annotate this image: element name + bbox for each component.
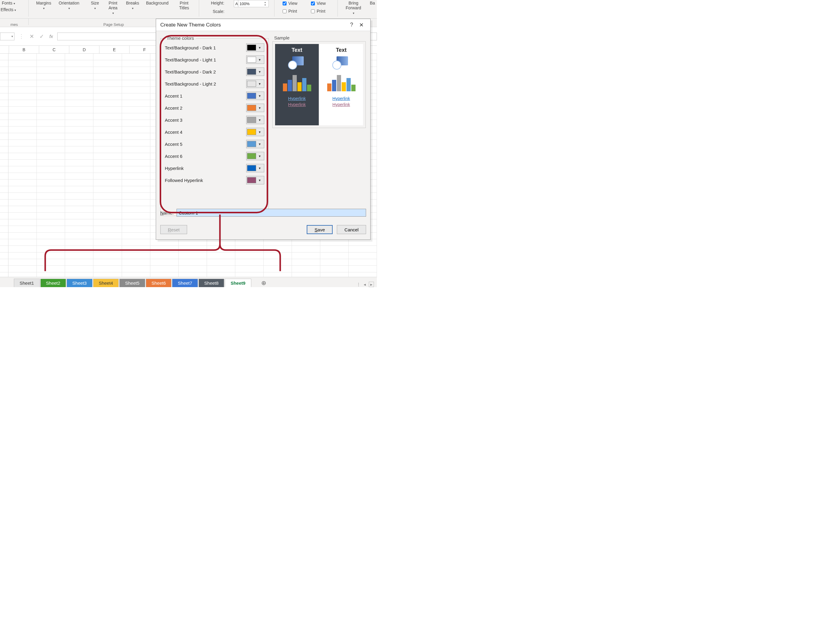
theme-color-label: Accent 3 [165,118,246,122]
theme-colors-legend: Theme colors [165,35,196,41]
sheet-tab[interactable]: Sheet9 [225,279,251,287]
sample-followed-hyperlink: Hyperlink [288,102,305,108]
ribbon: Fonts ▾ Effects ▾ Margins▾ Orientation▾ … [0,0,377,19]
color-picker-button[interactable]: ▼ [246,152,264,160]
scale-label: Scale: [213,9,224,14]
vsep-icon: ⋮ [356,282,361,287]
sample-hyperlink: Hyperlink [288,95,305,102]
sheet-tab[interactable]: Sheet4 [93,279,119,287]
new-sheet-button[interactable]: ⊕ [258,279,270,287]
theme-color-label: Hyperlink [165,166,246,171]
color-picker-button[interactable]: ▼ [246,43,264,52]
headings-print-checkbox[interactable]: Print [310,8,325,14]
size-button[interactable]: Size▾ [88,1,102,10]
orientation-button[interactable]: Orientation▾ [56,1,83,10]
close-icon[interactable]: ✕ [356,22,366,28]
spinner-icon[interactable]: ▴▾ [263,1,267,6]
bring-forward-button[interactable]: Bring Forward▾ [342,1,364,15]
column-header[interactable]: D [69,46,99,54]
color-swatch-icon [247,153,256,159]
color-picker-button[interactable]: ▼ [246,116,264,124]
color-swatch-icon [247,165,256,171]
fonts-dropdown[interactable]: Fonts ▾ [2,1,15,6]
theme-color-label: Text/Background - Dark 2 [165,69,246,75]
cancel-button[interactable]: Cancel [337,225,366,234]
color-picker-button[interactable]: ▼ [246,103,264,112]
theme-color-row: Accent 3▼ [165,114,264,126]
column-header[interactable] [0,46,9,54]
color-swatch-icon [247,129,256,135]
color-picker-button[interactable]: ▼ [246,128,264,136]
color-swatch-icon [247,69,256,75]
chevron-down-icon: ▼ [256,130,263,134]
gridlines-print-checkbox[interactable]: Print [282,8,297,14]
margins-button[interactable]: Margins▾ [33,1,54,10]
print-titles-button[interactable]: Print Titles [176,1,192,10]
color-picker-button[interactable]: ▼ [246,164,264,172]
reset-button[interactable]: Reset [160,225,187,234]
sample-chart-icon [327,73,356,91]
sheet-tab[interactable]: Sheet6 [146,279,172,287]
theme-color-label: Text/Background - Dark 1 [165,45,246,50]
background-button[interactable]: Background [143,1,171,5]
theme-color-row: Accent 4▼ [165,126,264,138]
truncated-button[interactable]: Ba [368,1,377,5]
sheet-tab[interactable]: Sheet7 [172,279,198,287]
theme-name-input[interactable] [177,209,366,217]
headings-view-checkbox[interactable]: View [310,1,326,6]
sheet-tab[interactable]: Sheet1 [14,279,40,287]
scroll-left-icon[interactable]: ◂ [364,282,366,287]
theme-color-label: Accent 4 [165,130,246,135]
fx-icon[interactable]: fx [49,34,53,39]
breaks-button[interactable]: Breaks▾ [124,1,141,10]
sheet-tab[interactable]: Sheet3 [67,279,92,287]
theme-color-label: Accent 1 [165,94,246,99]
sample-shapes-icon [288,56,306,69]
color-picker-button[interactable]: ▼ [246,56,264,64]
theme-color-label: Accent 5 [165,141,246,147]
sample-text-light: Text [336,47,347,53]
color-picker-button[interactable]: ▼ [246,67,264,76]
name-label: Name: [160,210,173,215]
chevron-down-icon: ▼ [256,82,263,86]
theme-color-row: Text/Background - Light 1▼ [165,54,264,66]
color-picker-button[interactable]: ▼ [246,140,264,148]
color-swatch-icon [247,105,256,111]
effects-dropdown[interactable]: Effects ▾ [1,7,16,13]
theme-color-row: Followed Hyperlink▼ [165,174,264,186]
chevron-down-icon: ▼ [256,106,263,110]
color-swatch-icon [247,177,256,183]
color-picker-button[interactable]: ▼ [246,79,264,88]
theme-color-row: Text/Background - Light 2▼ [165,78,264,90]
sheet-tab[interactable]: Sheet8 [199,279,224,287]
color-picker-button[interactable]: ▼ [246,92,264,100]
chevron-down-icon: ▼ [256,46,263,49]
color-swatch-icon [247,141,256,147]
chevron-down-icon: ▼ [256,179,263,182]
sheet-tab[interactable]: Sheet2 [40,279,66,287]
scroll-right-icon[interactable]: ▸ [369,282,374,287]
cancel-icon[interactable]: ✕ [30,33,34,40]
gridlines-view-checkbox[interactable]: View [282,1,298,6]
sheet-tab[interactable]: Sheet5 [119,279,145,287]
chevron-down-icon: ▼ [256,167,263,170]
name-box[interactable]: ▾ [0,33,14,40]
sample-chart-icon [283,73,311,91]
chevron-down-icon: ▼ [256,94,263,98]
column-header[interactable]: B [9,46,39,54]
app-root: Fonts ▾ Effects ▾ Margins▾ Orientation▾ … [0,0,377,287]
theme-color-row: Accent 1▼ [165,90,264,102]
save-button[interactable]: Save [307,225,332,234]
print-area-button[interactable]: Print Area▾ [105,1,121,15]
enter-icon[interactable]: ✓ [40,33,44,40]
color-swatch-icon [247,93,256,99]
column-header[interactable]: E [99,46,130,54]
column-header[interactable]: C [39,46,69,54]
theme-color-row: Accent 2▼ [165,102,264,114]
scale-input[interactable]: 100%▴▾ [238,0,269,7]
theme-color-label: Accent 2 [165,105,246,111]
sample-preview: Text Hyperlink [275,44,363,126]
help-button[interactable]: ? [347,22,356,28]
color-picker-button[interactable]: ▼ [246,176,264,184]
column-header[interactable]: F [130,46,160,54]
